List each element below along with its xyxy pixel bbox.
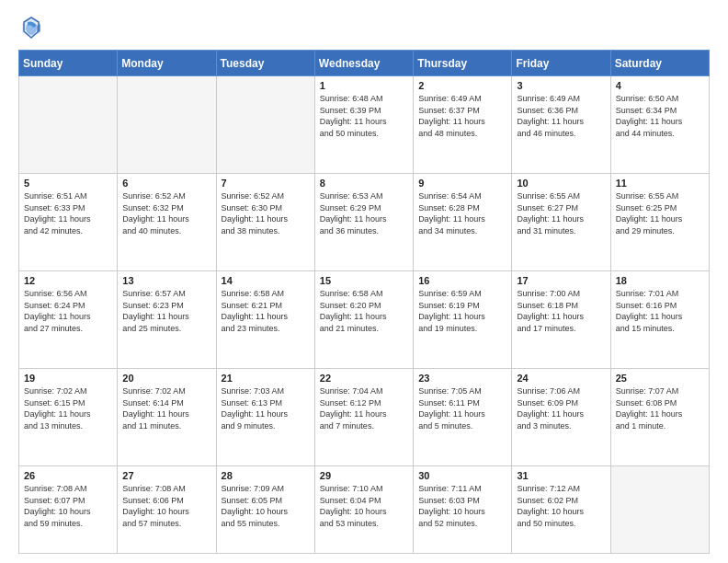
calendar-cell: 3Sunrise: 6:49 AMSunset: 6:36 PMDaylight… (512, 76, 610, 174)
calendar-cell: 31Sunrise: 7:12 AMSunset: 6:02 PMDayligh… (512, 466, 610, 554)
calendar-cell: 27Sunrise: 7:08 AMSunset: 6:06 PMDayligh… (118, 466, 216, 554)
day-number: 30 (418, 470, 506, 481)
day-number: 23 (418, 373, 506, 384)
week-row-4: 19Sunrise: 7:02 AMSunset: 6:15 PMDayligh… (19, 369, 710, 466)
calendar-cell: 25Sunrise: 7:07 AMSunset: 6:08 PMDayligh… (610, 369, 709, 466)
calendar-cell: 30Sunrise: 7:11 AMSunset: 6:03 PMDayligh… (414, 466, 512, 554)
day-info: Sunrise: 6:48 AMSunset: 6:39 PMDaylight:… (320, 93, 408, 139)
calendar-cell: 4Sunrise: 6:50 AMSunset: 6:34 PMDaylight… (610, 76, 709, 174)
calendar-cell: 14Sunrise: 6:58 AMSunset: 6:21 PMDayligh… (216, 271, 314, 369)
weekday-header-monday: Monday (118, 51, 216, 76)
day-number: 10 (517, 178, 605, 189)
week-row-2: 5Sunrise: 6:51 AMSunset: 6:33 PMDaylight… (19, 174, 710, 271)
day-info: Sunrise: 6:52 AMSunset: 6:32 PMDaylight:… (122, 190, 210, 236)
day-info: Sunrise: 6:59 AMSunset: 6:19 PMDaylight:… (418, 288, 506, 334)
calendar-cell: 8Sunrise: 6:53 AMSunset: 6:29 PMDaylight… (314, 174, 413, 271)
calendar-cell: 13Sunrise: 6:57 AMSunset: 6:23 PMDayligh… (118, 271, 216, 369)
day-info: Sunrise: 7:04 AMSunset: 6:12 PMDaylight:… (320, 385, 408, 431)
weekday-header-thursday: Thursday (414, 51, 512, 76)
day-number: 19 (24, 373, 112, 384)
day-number: 17 (517, 275, 605, 286)
logo-icon (18, 15, 44, 40)
day-info: Sunrise: 7:11 AMSunset: 6:03 PMDaylight:… (418, 483, 506, 529)
day-number: 9 (418, 178, 506, 189)
day-number: 15 (320, 275, 408, 286)
calendar-cell: 1Sunrise: 6:48 AMSunset: 6:39 PMDaylight… (314, 76, 413, 174)
calendar-cell: 18Sunrise: 7:01 AMSunset: 6:16 PMDayligh… (610, 271, 709, 369)
calendar-cell: 26Sunrise: 7:08 AMSunset: 6:07 PMDayligh… (19, 466, 118, 554)
weekday-header-wednesday: Wednesday (314, 51, 413, 76)
day-info: Sunrise: 7:03 AMSunset: 6:13 PMDaylight:… (222, 385, 310, 431)
calendar-cell (19, 76, 118, 174)
day-info: Sunrise: 7:12 AMSunset: 6:02 PMDaylight:… (517, 483, 605, 529)
day-info: Sunrise: 6:57 AMSunset: 6:23 PMDaylight:… (122, 288, 210, 334)
calendar-cell: 5Sunrise: 6:51 AMSunset: 6:33 PMDaylight… (19, 174, 118, 271)
day-info: Sunrise: 6:54 AMSunset: 6:28 PMDaylight:… (418, 190, 506, 236)
day-number: 5 (24, 178, 112, 189)
calendar-cell: 21Sunrise: 7:03 AMSunset: 6:13 PMDayligh… (216, 369, 314, 466)
day-info: Sunrise: 6:50 AMSunset: 6:34 PMDaylight:… (616, 93, 704, 139)
calendar-cell (118, 76, 216, 174)
day-number: 6 (122, 178, 210, 189)
calendar-cell: 7Sunrise: 6:52 AMSunset: 6:30 PMDaylight… (216, 174, 314, 271)
calendar-cell: 9Sunrise: 6:54 AMSunset: 6:28 PMDaylight… (414, 174, 512, 271)
day-info: Sunrise: 6:55 AMSunset: 6:25 PMDaylight:… (616, 190, 704, 236)
calendar-cell (216, 76, 314, 174)
day-number: 12 (24, 275, 112, 286)
day-number: 13 (122, 275, 210, 286)
day-number: 14 (222, 275, 310, 286)
logo (18, 15, 48, 40)
calendar-cell: 29Sunrise: 7:10 AMSunset: 6:04 PMDayligh… (314, 466, 413, 554)
calendar-cell: 16Sunrise: 6:59 AMSunset: 6:19 PMDayligh… (414, 271, 512, 369)
calendar-cell: 28Sunrise: 7:09 AMSunset: 6:05 PMDayligh… (216, 466, 314, 554)
page: SundayMondayTuesdayWednesdayThursdayFrid… (0, 0, 728, 563)
day-info: Sunrise: 7:06 AMSunset: 6:09 PMDaylight:… (517, 385, 605, 431)
day-info: Sunrise: 6:53 AMSunset: 6:29 PMDaylight:… (320, 190, 408, 236)
weekday-header-sunday: Sunday (19, 51, 118, 76)
day-info: Sunrise: 7:07 AMSunset: 6:08 PMDaylight:… (616, 385, 704, 431)
day-info: Sunrise: 6:52 AMSunset: 6:30 PMDaylight:… (222, 190, 310, 236)
day-info: Sunrise: 7:09 AMSunset: 6:05 PMDaylight:… (222, 483, 310, 529)
weekday-header-saturday: Saturday (610, 51, 709, 76)
calendar-cell: 23Sunrise: 7:05 AMSunset: 6:11 PMDayligh… (414, 369, 512, 466)
day-number: 20 (122, 373, 210, 384)
day-info: Sunrise: 6:49 AMSunset: 6:36 PMDaylight:… (517, 93, 605, 139)
calendar-cell: 20Sunrise: 7:02 AMSunset: 6:14 PMDayligh… (118, 369, 216, 466)
day-number: 2 (418, 80, 506, 91)
day-number: 3 (517, 80, 605, 91)
day-info: Sunrise: 7:02 AMSunset: 6:14 PMDaylight:… (122, 385, 210, 431)
day-number: 1 (320, 80, 408, 91)
calendar-cell: 24Sunrise: 7:06 AMSunset: 6:09 PMDayligh… (512, 369, 610, 466)
day-number: 7 (222, 178, 310, 189)
day-number: 25 (616, 373, 704, 384)
day-number: 16 (418, 275, 506, 286)
day-info: Sunrise: 6:51 AMSunset: 6:33 PMDaylight:… (24, 190, 112, 236)
day-info: Sunrise: 6:49 AMSunset: 6:37 PMDaylight:… (418, 93, 506, 139)
day-info: Sunrise: 7:08 AMSunset: 6:07 PMDaylight:… (24, 483, 112, 529)
day-number: 18 (616, 275, 704, 286)
calendar-cell: 15Sunrise: 6:58 AMSunset: 6:20 PMDayligh… (314, 271, 413, 369)
day-info: Sunrise: 6:58 AMSunset: 6:21 PMDaylight:… (222, 288, 310, 334)
week-row-3: 12Sunrise: 6:56 AMSunset: 6:24 PMDayligh… (19, 271, 710, 369)
week-row-5: 26Sunrise: 7:08 AMSunset: 6:07 PMDayligh… (19, 466, 710, 554)
day-number: 26 (24, 470, 112, 481)
day-number: 27 (122, 470, 210, 481)
calendar-cell: 11Sunrise: 6:55 AMSunset: 6:25 PMDayligh… (610, 174, 709, 271)
day-info: Sunrise: 7:08 AMSunset: 6:06 PMDaylight:… (122, 483, 210, 529)
week-row-1: 1Sunrise: 6:48 AMSunset: 6:39 PMDaylight… (19, 76, 710, 174)
calendar-cell: 17Sunrise: 7:00 AMSunset: 6:18 PMDayligh… (512, 271, 610, 369)
weekday-header-tuesday: Tuesday (216, 51, 314, 76)
calendar-cell: 22Sunrise: 7:04 AMSunset: 6:12 PMDayligh… (314, 369, 413, 466)
calendar-cell: 6Sunrise: 6:52 AMSunset: 6:32 PMDaylight… (118, 174, 216, 271)
day-number: 21 (222, 373, 310, 384)
day-info: Sunrise: 7:00 AMSunset: 6:18 PMDaylight:… (517, 288, 605, 334)
day-number: 4 (616, 80, 704, 91)
calendar-cell: 19Sunrise: 7:02 AMSunset: 6:15 PMDayligh… (19, 369, 118, 466)
calendar-cell: 10Sunrise: 6:55 AMSunset: 6:27 PMDayligh… (512, 174, 610, 271)
day-number: 8 (320, 178, 408, 189)
day-number: 11 (616, 178, 704, 189)
day-info: Sunrise: 6:56 AMSunset: 6:24 PMDaylight:… (24, 288, 112, 334)
day-info: Sunrise: 7:10 AMSunset: 6:04 PMDaylight:… (320, 483, 408, 529)
day-info: Sunrise: 7:02 AMSunset: 6:15 PMDaylight:… (24, 385, 112, 431)
day-info: Sunrise: 6:58 AMSunset: 6:20 PMDaylight:… (320, 288, 408, 334)
